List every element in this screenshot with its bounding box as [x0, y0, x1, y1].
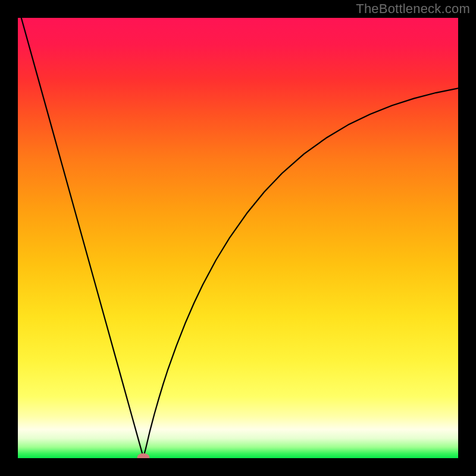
- chart-frame: TheBottleneck.com: [0, 0, 476, 476]
- minimum-marker: [137, 453, 150, 458]
- curve-overlay: [18, 18, 458, 458]
- curve-left-branch: [20, 18, 143, 458]
- curve-right-branch: [143, 88, 458, 457]
- plot-area: [18, 18, 458, 458]
- watermark-text: TheBottleneck.com: [356, 1, 470, 17]
